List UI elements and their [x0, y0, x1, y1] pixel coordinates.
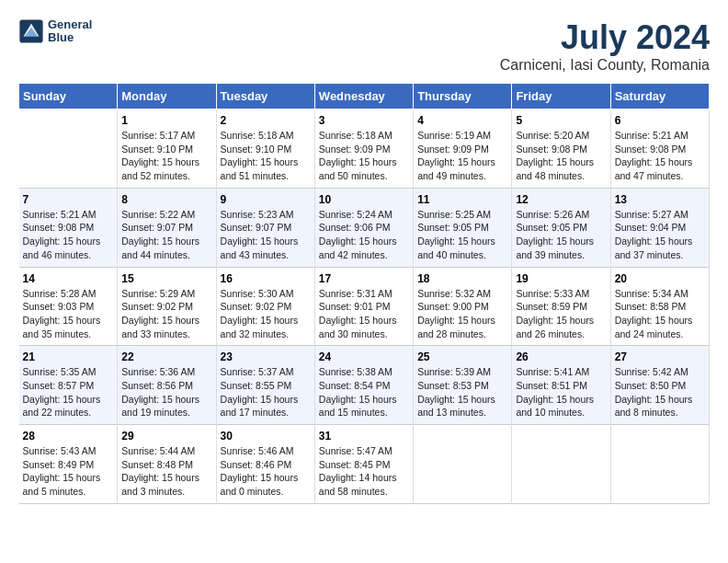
calendar-cell: 29Sunrise: 5:44 AM Sunset: 8:48 PM Dayli… [118, 425, 216, 504]
calendar-cell: 22Sunrise: 5:36 AM Sunset: 8:56 PM Dayli… [118, 346, 216, 425]
subtitle: Carniceni, Iasi County, Romania [500, 57, 710, 74]
header-cell-sunday: Sunday [19, 84, 118, 109]
calendar-body: 1Sunrise: 5:17 AM Sunset: 9:10 PM Daylig… [19, 109, 710, 504]
logo-text: General Blue [48, 18, 92, 45]
day-info: Sunrise: 5:46 AM Sunset: 8:46 PM Dayligh… [221, 444, 311, 499]
logo: General Blue [18, 18, 92, 45]
calendar-cell: 5Sunrise: 5:20 AM Sunset: 9:08 PM Daylig… [512, 109, 610, 189]
day-info: Sunrise: 5:41 AM Sunset: 8:51 PM Dayligh… [516, 365, 606, 419]
header-cell-monday: Monday [118, 84, 216, 109]
calendar-cell: 21Sunrise: 5:35 AM Sunset: 8:57 PM Dayli… [19, 346, 118, 425]
day-number: 8 [121, 193, 211, 206]
logo-line1: General [48, 18, 92, 31]
day-info: Sunrise: 5:18 AM Sunset: 9:10 PM Dayligh… [221, 129, 311, 183]
calendar-cell: 30Sunrise: 5:46 AM Sunset: 8:46 PM Dayli… [216, 425, 314, 504]
day-number: 20 [615, 272, 705, 285]
day-number: 31 [319, 430, 409, 442]
calendar-cell: 11Sunrise: 5:25 AM Sunset: 9:05 PM Dayli… [414, 188, 512, 267]
day-number: 4 [417, 114, 507, 127]
header: General Blue July 2024 Carniceni, Iasi C… [18, 18, 710, 74]
calendar-cell: 20Sunrise: 5:34 AM Sunset: 8:58 PM Dayli… [610, 267, 709, 346]
day-number: 7 [23, 193, 114, 206]
calendar-cell: 24Sunrise: 5:38 AM Sunset: 8:54 PM Dayli… [314, 346, 413, 425]
day-info: Sunrise: 5:42 AM Sunset: 8:50 PM Dayligh… [615, 365, 705, 419]
calendar-cell: 3Sunrise: 5:18 AM Sunset: 9:09 PM Daylig… [314, 109, 413, 189]
header-cell-tuesday: Tuesday [216, 84, 314, 109]
calendar-cell: 2Sunrise: 5:18 AM Sunset: 9:10 PM Daylig… [216, 109, 314, 189]
day-info: Sunrise: 5:38 AM Sunset: 8:54 PM Dayligh… [319, 365, 409, 419]
calendar-cell: 19Sunrise: 5:33 AM Sunset: 8:59 PM Dayli… [512, 267, 610, 346]
day-info: Sunrise: 5:35 AM Sunset: 8:57 PM Dayligh… [23, 365, 114, 419]
calendar-cell [512, 425, 610, 504]
calendar-cell: 1Sunrise: 5:17 AM Sunset: 9:10 PM Daylig… [118, 109, 216, 189]
main-title: July 2024 [500, 18, 710, 57]
calendar-header: SundayMondayTuesdayWednesdayThursdayFrid… [19, 84, 710, 109]
calendar-cell: 23Sunrise: 5:37 AM Sunset: 8:55 PM Dayli… [216, 346, 314, 425]
day-number: 18 [417, 272, 507, 285]
calendar-cell: 9Sunrise: 5:23 AM Sunset: 9:07 PM Daylig… [216, 188, 314, 267]
logo-icon [18, 18, 44, 44]
calendar-cell: 31Sunrise: 5:47 AM Sunset: 8:45 PM Dayli… [314, 425, 413, 504]
calendar-week-row: 28Sunrise: 5:43 AM Sunset: 8:49 PM Dayli… [19, 425, 710, 504]
day-number: 16 [221, 272, 311, 285]
day-number: 2 [221, 114, 311, 127]
title-area: July 2024 Carniceni, Iasi County, Romani… [500, 18, 710, 74]
day-number: 12 [516, 193, 606, 206]
day-info: Sunrise: 5:43 AM Sunset: 8:49 PM Dayligh… [23, 444, 114, 499]
day-number: 9 [221, 193, 311, 206]
calendar-week-row: 14Sunrise: 5:28 AM Sunset: 9:03 PM Dayli… [19, 267, 710, 346]
day-info: Sunrise: 5:21 AM Sunset: 9:08 PM Dayligh… [615, 129, 705, 183]
header-cell-saturday: Saturday [610, 84, 709, 109]
header-cell-thursday: Thursday [414, 84, 512, 109]
calendar-cell: 15Sunrise: 5:29 AM Sunset: 9:02 PM Dayli… [118, 267, 216, 346]
day-info: Sunrise: 5:21 AM Sunset: 9:08 PM Dayligh… [23, 208, 114, 262]
day-info: Sunrise: 5:36 AM Sunset: 8:56 PM Dayligh… [121, 365, 211, 419]
day-info: Sunrise: 5:34 AM Sunset: 8:58 PM Dayligh… [615, 287, 705, 341]
day-info: Sunrise: 5:24 AM Sunset: 9:06 PM Dayligh… [319, 208, 409, 262]
calendar-cell: 26Sunrise: 5:41 AM Sunset: 8:51 PM Dayli… [512, 346, 610, 425]
day-info: Sunrise: 5:37 AM Sunset: 8:55 PM Dayligh… [221, 365, 311, 419]
calendar-cell: 7Sunrise: 5:21 AM Sunset: 9:08 PM Daylig… [19, 188, 118, 267]
day-info: Sunrise: 5:17 AM Sunset: 9:10 PM Dayligh… [121, 129, 211, 183]
day-info: Sunrise: 5:30 AM Sunset: 9:02 PM Dayligh… [221, 287, 311, 341]
day-info: Sunrise: 5:32 AM Sunset: 9:00 PM Dayligh… [417, 287, 507, 341]
day-number: 1 [121, 114, 211, 127]
header-cell-wednesday: Wednesday [314, 84, 413, 109]
day-number: 24 [319, 350, 409, 363]
day-info: Sunrise: 5:31 AM Sunset: 9:01 PM Dayligh… [319, 287, 409, 341]
day-info: Sunrise: 5:26 AM Sunset: 9:05 PM Dayligh… [516, 208, 606, 262]
calendar-cell [19, 109, 118, 189]
calendar-cell: 12Sunrise: 5:26 AM Sunset: 9:05 PM Dayli… [512, 188, 610, 267]
calendar-cell: 25Sunrise: 5:39 AM Sunset: 8:53 PM Dayli… [414, 346, 512, 425]
day-info: Sunrise: 5:22 AM Sunset: 9:07 PM Dayligh… [121, 208, 211, 262]
day-number: 21 [23, 350, 114, 363]
day-number: 13 [615, 193, 705, 206]
day-info: Sunrise: 5:44 AM Sunset: 8:48 PM Dayligh… [121, 444, 211, 499]
calendar-cell [610, 425, 709, 504]
calendar-cell: 8Sunrise: 5:22 AM Sunset: 9:07 PM Daylig… [118, 188, 216, 267]
day-number: 27 [615, 350, 705, 363]
logo-line2: Blue [48, 31, 92, 44]
calendar-cell: 27Sunrise: 5:42 AM Sunset: 8:50 PM Dayli… [610, 346, 709, 425]
calendar-week-row: 21Sunrise: 5:35 AM Sunset: 8:57 PM Dayli… [19, 346, 710, 425]
day-number: 28 [23, 430, 114, 442]
calendar-cell: 10Sunrise: 5:24 AM Sunset: 9:06 PM Dayli… [314, 188, 413, 267]
day-number: 10 [319, 193, 409, 206]
calendar-cell: 16Sunrise: 5:30 AM Sunset: 9:02 PM Dayli… [216, 267, 314, 346]
day-info: Sunrise: 5:29 AM Sunset: 9:02 PM Dayligh… [121, 287, 211, 341]
day-number: 22 [121, 350, 211, 363]
day-number: 11 [417, 193, 507, 206]
day-info: Sunrise: 5:47 AM Sunset: 8:45 PM Dayligh… [319, 444, 409, 499]
header-cell-friday: Friday [512, 84, 610, 109]
calendar-week-row: 1Sunrise: 5:17 AM Sunset: 9:10 PM Daylig… [19, 109, 710, 189]
day-number: 25 [417, 350, 507, 363]
day-info: Sunrise: 5:19 AM Sunset: 9:09 PM Dayligh… [417, 129, 507, 183]
day-number: 30 [221, 430, 311, 442]
day-number: 3 [319, 114, 409, 127]
calendar-cell: 17Sunrise: 5:31 AM Sunset: 9:01 PM Dayli… [314, 267, 413, 346]
day-info: Sunrise: 5:18 AM Sunset: 9:09 PM Dayligh… [319, 129, 409, 183]
day-number: 6 [615, 114, 705, 127]
calendar-table: SundayMondayTuesdayWednesdayThursdayFrid… [18, 83, 710, 504]
day-number: 23 [221, 350, 311, 363]
day-info: Sunrise: 5:28 AM Sunset: 9:03 PM Dayligh… [23, 287, 114, 341]
